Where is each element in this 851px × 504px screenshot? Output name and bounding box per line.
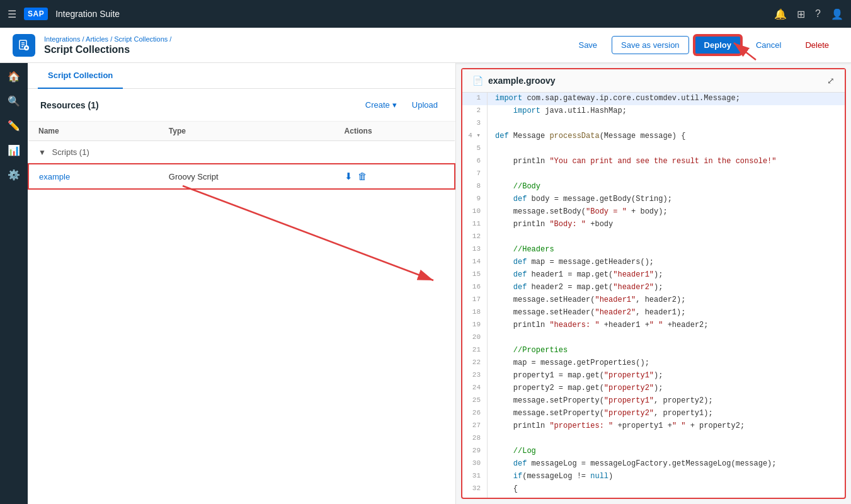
- code-line-5: 5: [462, 143, 845, 156]
- code-line-18: 18 message.setHeader("header2", header1)…: [462, 307, 845, 319]
- code-line-32: 32 ▾ {: [462, 483, 845, 498]
- col-type: Type: [159, 122, 334, 141]
- code-line-15: 15 def header1 = map.get("header1");: [462, 269, 845, 282]
- code-line-11: 11 println "Body: " +body: [462, 219, 845, 231]
- col-actions: Actions: [334, 122, 455, 141]
- code-line-2: 2 import java.util.HashMap;: [462, 105, 845, 118]
- action-buttons: Save Save as version Deploy Cancel Delet…: [569, 35, 838, 55]
- code-editor-panel: 📄 example.groovy ⤢ 1 import com.sap.gate…: [461, 68, 846, 499]
- example-file-row[interactable]: example Groovy Script ⬇ 🗑: [28, 164, 455, 189]
- col-name: Name: [28, 122, 159, 141]
- editor-header: 📄 example.groovy ⤢: [462, 69, 845, 93]
- file-icon: 📄: [472, 76, 483, 86]
- scripts-group-label: Scripts (1): [52, 147, 89, 157]
- resources-table: Name Type Actions ▼ Scripts (1) e: [28, 122, 455, 504]
- code-line-20: 20: [462, 332, 845, 345]
- grid-icon[interactable]: ⊞: [797, 8, 805, 20]
- chart-icon[interactable]: 📊: [8, 144, 20, 156]
- code-line-8: 8 //Body: [462, 181, 845, 193]
- settings-icon[interactable]: ⚙️: [8, 169, 20, 181]
- sap-logo: SAP: [24, 8, 48, 20]
- tabs-bar: Script Collection: [28, 63, 455, 89]
- code-line-24: 24 property2 = map.get("property2");: [462, 382, 845, 395]
- code-line-31: 31 if(messageLog != null): [462, 471, 845, 483]
- chevron-collapse-icon[interactable]: ▼: [38, 148, 46, 157]
- file-name-link[interactable]: example: [39, 172, 70, 181]
- code-line-9: 9 def body = message.getBody(String);: [462, 193, 845, 206]
- code-line-19: 19 println "headers: " +header1 +" " +he…: [462, 319, 845, 332]
- code-line-28: 28: [462, 433, 845, 445]
- code-line-29: 29 //Log: [462, 445, 845, 458]
- save-as-version-button[interactable]: Save as version: [612, 36, 689, 54]
- code-line-14: 14 def map = message.getHeaders();: [462, 256, 845, 269]
- code-line-7: 7: [462, 168, 845, 181]
- resources-title: Resources (1): [40, 100, 99, 110]
- code-line-16: 16 def header2 = map.get("header2");: [462, 282, 845, 294]
- code-line-22: 22 map = message.getProperties();: [462, 357, 845, 370]
- code-line-4: 4 ▾ def Message processData(Message mess…: [462, 130, 845, 143]
- code-line-23: 23 property1 = map.get("property1");: [462, 370, 845, 382]
- chevron-down-icon: ▾: [392, 100, 397, 110]
- main-layout: 🏠 🔍 ✏️ 📊 ⚙️ Script Collection Resources …: [0, 63, 851, 504]
- code-line-12: 12: [462, 231, 845, 244]
- code-line-13: 13 //Headers: [462, 244, 845, 256]
- code-line-27: 27 println "properties: " +property1 +" …: [462, 420, 845, 433]
- edit-icon[interactable]: ✏️: [8, 120, 20, 132]
- create-button[interactable]: Create ▾: [360, 98, 402, 112]
- page-title: Script Collections: [44, 44, 171, 55]
- expand-icon[interactable]: ⤢: [827, 76, 835, 86]
- home-icon[interactable]: 🏠: [8, 71, 20, 83]
- file-actions-cell: ⬇ 🗑: [334, 164, 455, 189]
- code-line-26: 26 message.setProperty("property2", prop…: [462, 408, 845, 420]
- delete-button[interactable]: Delete: [796, 36, 838, 54]
- top-navigation: ☰ SAP Integration Suite 🔔 ⊞ ? 👤: [0, 0, 851, 28]
- user-icon[interactable]: 👤: [831, 8, 843, 20]
- code-line-17: 17 message.setHeader("header1", header2)…: [462, 294, 845, 307]
- download-icon[interactable]: ⬇: [345, 171, 353, 182]
- breadcrumb-section: Integrations / Articles / Script Collect…: [44, 35, 171, 55]
- file-type-cell: Groovy Script: [159, 164, 334, 189]
- code-line-1: 1 import com.sap.gateway.ip.core.customd…: [462, 93, 845, 105]
- page-icon: [13, 34, 35, 57]
- code-line-3: 3: [462, 118, 845, 130]
- breadcrumb: Integrations / Articles / Script Collect…: [44, 35, 171, 43]
- file-name-cell: example: [28, 164, 159, 189]
- delete-file-icon[interactable]: 🗑: [358, 171, 367, 182]
- code-line-25: 25 message.setProperty("property1", prop…: [462, 395, 845, 408]
- resources-header: Resources (1) Create ▾ Upload: [28, 89, 455, 122]
- app-title: Integration Suite: [55, 9, 120, 19]
- help-icon[interactable]: ?: [815, 8, 821, 20]
- hamburger-menu-icon[interactable]: ☰: [8, 8, 16, 20]
- page-header: Integrations / Articles / Script Collect…: [13, 34, 569, 57]
- code-line-6: 6 println "You can print and see the res…: [462, 156, 845, 168]
- scripts-group-row: ▼ Scripts (1): [28, 141, 455, 164]
- upload-button[interactable]: Upload: [407, 98, 443, 112]
- file-actions: ⬇ 🗑: [345, 171, 444, 182]
- tab-script-collection[interactable]: Script Collection: [38, 63, 123, 89]
- cancel-button[interactable]: Cancel: [746, 36, 791, 54]
- resources-actions: Create ▾ Upload: [360, 98, 443, 112]
- action-bar: Integrations / Articles / Script Collect…: [0, 28, 851, 63]
- code-line-10: 10 message.setBody("Body = " + body);: [462, 206, 845, 219]
- save-button[interactable]: Save: [569, 36, 607, 54]
- sidebar-icons: 🏠 🔍 ✏️ 📊 ⚙️: [0, 63, 28, 504]
- deploy-button[interactable]: Deploy: [694, 35, 741, 55]
- code-line-30: 30 def messageLog = messageLogFactory.ge…: [462, 458, 845, 471]
- search-icon[interactable]: 🔍: [8, 95, 20, 107]
- notification-icon[interactable]: 🔔: [774, 8, 787, 20]
- left-panel: Script Collection Resources (1) Create ▾…: [28, 63, 456, 504]
- code-line-21: 21 //Properties: [462, 345, 845, 357]
- code-editor-area[interactable]: 1 import com.sap.gateway.ip.core.customd…: [462, 93, 845, 498]
- editor-filename: 📄 example.groovy: [472, 76, 556, 86]
